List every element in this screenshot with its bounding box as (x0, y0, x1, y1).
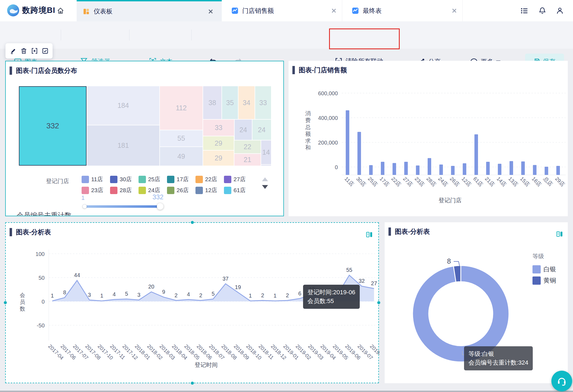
x-tick-label: 13店 (507, 176, 519, 188)
point-label: 1 (273, 293, 277, 299)
x-tick-label: 28店 (425, 176, 437, 188)
legend-item[interactable]: 28店 (110, 186, 139, 195)
bar[interactable] (474, 134, 478, 175)
legend-item[interactable]: 黄铜 (532, 276, 556, 285)
treemap-block[interactable]: 184 (87, 86, 159, 125)
bar[interactable] (556, 166, 560, 175)
bar-chart: 0200,000400,000600,00011店30店25店17店22店27店… (289, 61, 568, 216)
panel-member-treemap[interactable]: 图表-门店会员数分布 33218418111255493835343333242… (5, 61, 284, 216)
delete-icon[interactable] (20, 47, 27, 54)
treemap-block[interactable] (261, 165, 271, 166)
legend-item[interactable]: 26店 (167, 186, 195, 195)
legend-item[interactable]: 12店 (195, 186, 224, 195)
task-list-icon[interactable] (520, 7, 528, 15)
point-label: 20 (148, 284, 154, 290)
legend-item[interactable]: 白银 (532, 265, 556, 273)
treemap-block[interactable]: 29 (203, 151, 234, 166)
legend-item[interactable]: 27店 (224, 175, 252, 184)
checkbox-check-icon[interactable] (42, 47, 49, 54)
bar[interactable] (358, 132, 361, 175)
point-label: 1 (100, 293, 103, 299)
header: 数跨境BI 仪表板 门店销售额 (0, 0, 573, 21)
tab-store-sales[interactable]: 门店销售额 (222, 0, 342, 21)
legend-item[interactable]: 17店 (167, 175, 195, 184)
treemap-block[interactable]: 55 (160, 130, 203, 146)
x-axis-title: 登记时间 (195, 361, 218, 369)
range-slider-track[interactable] (86, 205, 160, 208)
treemap-block[interactable]: 112 (160, 86, 203, 130)
tab-label: 门店销售额 (242, 7, 274, 15)
panel-analysis-donut[interactable]: 图表-分析表 8 等级 白银黄铜 324 等级:白银 会员编号去重计数:324 (385, 222, 568, 383)
legend-swatch (167, 187, 174, 194)
treemap-block[interactable]: 33 (255, 86, 271, 119)
point-label: 27 (371, 280, 377, 286)
legend-page-down-icon[interactable] (262, 185, 268, 189)
treemap-block[interactable]: 332 (19, 86, 87, 166)
bar[interactable] (451, 166, 455, 175)
bar[interactable] (509, 161, 513, 175)
bar[interactable] (404, 162, 408, 175)
bar[interactable] (346, 110, 349, 175)
range-slider-handle[interactable] (157, 203, 163, 210)
resize-handle[interactable] (191, 382, 194, 385)
legend-swatch (532, 265, 541, 273)
close-tab-icon[interactable] (451, 8, 457, 14)
tab-final-table[interactable]: 最终表 (342, 0, 463, 21)
bar[interactable] (486, 162, 490, 175)
close-tab-icon[interactable] (331, 8, 337, 14)
tab-label: 最终表 (363, 7, 382, 15)
tab-dashboard[interactable]: 仪表板 (77, 0, 222, 21)
bar[interactable] (393, 163, 396, 175)
bar[interactable] (533, 165, 537, 175)
chart-icon (231, 7, 238, 14)
legend-item[interactable]: 25店 (139, 175, 167, 184)
panel-analysis-line[interactable]: 图表-分析表 会员数 100500-5012017-0482017-064420… (5, 222, 379, 383)
clear-linkage-icon[interactable] (31, 47, 38, 54)
bar[interactable] (498, 164, 501, 175)
treemap-block[interactable]: 24 (235, 120, 252, 140)
treemap-block[interactable]: 49 (160, 147, 203, 166)
x-tick-label: 12店 (460, 176, 472, 188)
panel-store-sales-bar[interactable]: 图表-门店销售额 消费总额求和 0200,000400,000600,00011… (289, 61, 568, 216)
bar[interactable] (369, 165, 373, 175)
treemap-block[interactable]: 22 (234, 140, 261, 153)
treemap-block[interactable]: 29 (203, 136, 234, 150)
close-tab-icon[interactable] (208, 8, 214, 15)
legend-page-up-icon[interactable] (262, 177, 268, 181)
treemap-block[interactable]: 33 (203, 120, 234, 136)
bar[interactable] (381, 162, 384, 175)
bar[interactable] (428, 158, 431, 175)
range-slider-handle[interactable] (82, 204, 87, 209)
bell-icon[interactable] (538, 7, 546, 15)
treemap-block[interactable]: 21 (234, 154, 261, 166)
point-label: 4 (187, 291, 190, 297)
legend-item[interactable]: 30店 (110, 175, 139, 184)
bar[interactable] (439, 165, 443, 175)
legend-swatch (195, 187, 203, 194)
bar[interactable] (521, 162, 525, 175)
bar[interactable] (545, 167, 548, 175)
user-icon[interactable] (556, 7, 564, 15)
support-chat-button[interactable] (551, 371, 572, 391)
resize-handle[interactable] (4, 301, 7, 304)
legend-item[interactable]: 22店 (195, 175, 224, 184)
treemap-block[interactable]: 38 (203, 86, 221, 119)
resize-handle[interactable] (191, 221, 194, 224)
x-tick-label: 14店 (496, 176, 507, 188)
legend-item[interactable]: 11店 (82, 175, 110, 184)
x-tick-label: 16店 (531, 176, 542, 188)
home-icon[interactable] (56, 7, 65, 15)
treemap-block[interactable]: 181 (87, 125, 159, 166)
treemap-block[interactable]: 34 (238, 86, 255, 119)
legend-swatch (110, 187, 117, 194)
treemap-block[interactable]: 14 (261, 140, 271, 164)
donut-legend: 等级 白银黄铜 (532, 252, 556, 287)
legend-item[interactable]: 23店 (82, 186, 110, 195)
bar[interactable] (416, 166, 419, 175)
resize-handle[interactable] (377, 301, 380, 304)
treemap-block[interactable]: 24 (252, 120, 271, 140)
legend-item[interactable]: 61店 (224, 186, 252, 195)
edit-icon[interactable] (10, 47, 17, 54)
treemap-block[interactable]: 35 (222, 86, 238, 119)
bar[interactable] (463, 163, 466, 175)
